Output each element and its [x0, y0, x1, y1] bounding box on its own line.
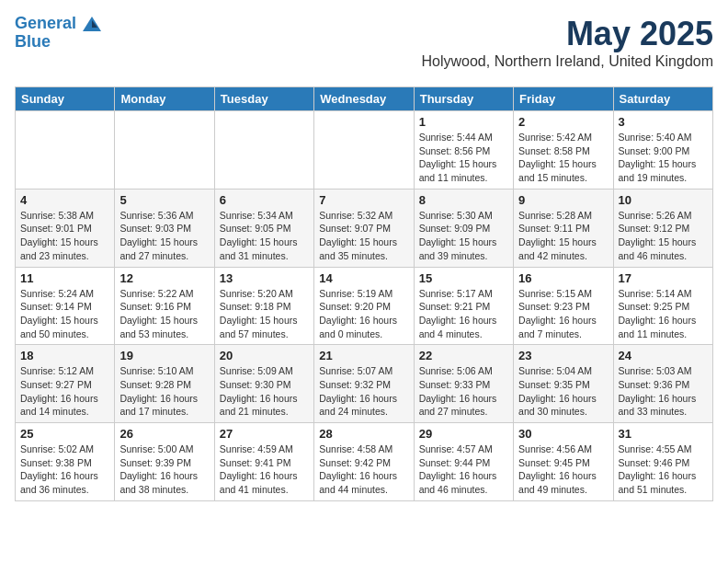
day-cell: 15Sunrise: 5:17 AM Sunset: 9:21 PM Dayli…: [414, 267, 513, 345]
day-number: 2: [518, 115, 608, 129]
day-cell: [314, 111, 414, 190]
day-number: 6: [220, 193, 309, 207]
day-number: 25: [20, 427, 109, 441]
weekday-header-wednesday: Wednesday: [314, 87, 414, 111]
day-info: Sunrise: 5:40 AM Sunset: 9:00 PM Dayligh…: [619, 131, 708, 185]
day-cell: 22Sunrise: 5:06 AM Sunset: 9:33 PM Dayli…: [414, 345, 513, 423]
day-cell: 7Sunrise: 5:32 AM Sunset: 9:07 PM Daylig…: [314, 189, 414, 267]
day-cell: 4Sunrise: 5:38 AM Sunset: 9:01 PM Daylig…: [16, 189, 115, 267]
day-number: 29: [419, 427, 508, 441]
day-info: Sunrise: 5:32 AM Sunset: 9:07 PM Dayligh…: [319, 209, 408, 263]
day-cell: 16Sunrise: 5:15 AM Sunset: 9:23 PM Dayli…: [514, 267, 613, 345]
day-info: Sunrise: 5:06 AM Sunset: 9:33 PM Dayligh…: [419, 364, 508, 419]
day-cell: 13Sunrise: 5:20 AM Sunset: 9:18 PM Dayli…: [214, 267, 313, 345]
weekday-header-thursday: Thursday: [414, 87, 513, 111]
day-number: 23: [518, 349, 608, 362]
day-number: 16: [518, 271, 608, 285]
day-info: Sunrise: 5:36 AM Sunset: 9:03 PM Dayligh…: [119, 209, 209, 263]
day-number: 27: [220, 427, 309, 441]
day-info: Sunrise: 5:34 AM Sunset: 9:05 PM Dayligh…: [220, 209, 309, 263]
day-cell: 25Sunrise: 5:02 AM Sunset: 9:38 PM Dayli…: [16, 423, 115, 501]
day-cell: 5Sunrise: 5:36 AM Sunset: 9:03 PM Daylig…: [115, 189, 214, 267]
day-number: 14: [319, 271, 408, 285]
day-number: 31: [619, 427, 708, 441]
day-cell: [214, 111, 313, 190]
day-number: 3: [619, 115, 708, 129]
weekday-header-tuesday: Tuesday: [214, 87, 313, 111]
day-info: Sunrise: 5:03 AM Sunset: 9:36 PM Dayligh…: [619, 364, 708, 419]
title-area: May 2025 Holywood, Northern Ireland, Uni…: [422, 15, 714, 77]
day-info: Sunrise: 5:02 AM Sunset: 9:38 PM Dayligh…: [20, 442, 109, 497]
day-number: 22: [419, 349, 508, 362]
day-info: Sunrise: 4:58 AM Sunset: 9:42 PM Dayligh…: [319, 442, 408, 497]
day-cell: 8Sunrise: 5:30 AM Sunset: 9:09 PM Daylig…: [414, 189, 513, 267]
weekday-header-monday: Monday: [115, 87, 214, 111]
day-info: Sunrise: 5:07 AM Sunset: 9:32 PM Dayligh…: [319, 364, 408, 419]
logo: General Blue: [15, 15, 101, 52]
day-cell: 10Sunrise: 5:26 AM Sunset: 9:12 PM Dayli…: [613, 189, 712, 267]
day-cell: 29Sunrise: 4:57 AM Sunset: 9:44 PM Dayli…: [414, 423, 513, 501]
weekday-header-sunday: Sunday: [16, 87, 115, 111]
day-cell: 23Sunrise: 5:04 AM Sunset: 9:35 PM Dayli…: [514, 345, 613, 423]
day-cell: 30Sunrise: 4:56 AM Sunset: 9:45 PM Dayli…: [514, 423, 613, 501]
day-info: Sunrise: 5:14 AM Sunset: 9:25 PM Dayligh…: [619, 287, 708, 341]
day-info: Sunrise: 5:20 AM Sunset: 9:18 PM Dayligh…: [220, 287, 309, 341]
day-info: Sunrise: 5:04 AM Sunset: 9:35 PM Dayligh…: [518, 364, 608, 419]
week-row-3: 11Sunrise: 5:24 AM Sunset: 9:14 PM Dayli…: [16, 267, 713, 345]
weekday-header-saturday: Saturday: [613, 87, 712, 111]
week-row-1: 1Sunrise: 5:44 AM Sunset: 8:56 PM Daylig…: [16, 111, 713, 190]
day-cell: 21Sunrise: 5:07 AM Sunset: 9:32 PM Dayli…: [314, 345, 414, 423]
day-cell: 14Sunrise: 5:19 AM Sunset: 9:20 PM Dayli…: [314, 267, 414, 345]
day-info: Sunrise: 5:10 AM Sunset: 9:28 PM Dayligh…: [119, 364, 209, 419]
day-number: 19: [119, 349, 209, 362]
day-number: 7: [319, 193, 408, 207]
week-row-5: 25Sunrise: 5:02 AM Sunset: 9:38 PM Dayli…: [16, 423, 713, 501]
day-number: 1: [419, 115, 508, 129]
day-info: Sunrise: 4:59 AM Sunset: 9:41 PM Dayligh…: [220, 442, 309, 497]
day-info: Sunrise: 5:42 AM Sunset: 8:58 PM Dayligh…: [518, 131, 608, 185]
day-number: 30: [518, 427, 608, 441]
month-title: May 2025: [422, 15, 714, 53]
weekday-header-friday: Friday: [514, 87, 613, 111]
day-info: Sunrise: 5:38 AM Sunset: 9:01 PM Dayligh…: [20, 209, 109, 263]
day-info: Sunrise: 5:22 AM Sunset: 9:16 PM Dayligh…: [119, 287, 209, 341]
day-info: Sunrise: 5:44 AM Sunset: 8:56 PM Dayligh…: [419, 131, 508, 185]
day-cell: 26Sunrise: 5:00 AM Sunset: 9:39 PM Dayli…: [115, 423, 214, 501]
logo-text: General: [15, 15, 101, 33]
day-info: Sunrise: 5:09 AM Sunset: 9:30 PM Dayligh…: [220, 364, 309, 419]
day-number: 18: [20, 349, 109, 362]
day-info: Sunrise: 5:00 AM Sunset: 9:39 PM Dayligh…: [119, 442, 209, 497]
weekday-header-row: SundayMondayTuesdayWednesdayThursdayFrid…: [16, 87, 713, 111]
day-info: Sunrise: 5:12 AM Sunset: 9:27 PM Dayligh…: [20, 364, 109, 419]
day-cell: 19Sunrise: 5:10 AM Sunset: 9:28 PM Dayli…: [115, 345, 214, 423]
day-info: Sunrise: 5:30 AM Sunset: 9:09 PM Dayligh…: [419, 209, 508, 263]
day-number: 12: [119, 271, 209, 285]
day-info: Sunrise: 4:56 AM Sunset: 9:45 PM Dayligh…: [518, 442, 608, 497]
day-number: 4: [20, 193, 109, 207]
day-info: Sunrise: 4:55 AM Sunset: 9:46 PM Dayligh…: [619, 442, 708, 497]
day-cell: 17Sunrise: 5:14 AM Sunset: 9:25 PM Dayli…: [613, 267, 712, 345]
day-cell: 12Sunrise: 5:22 AM Sunset: 9:16 PM Dayli…: [115, 267, 214, 345]
day-number: 10: [619, 193, 708, 207]
day-number: 13: [220, 271, 309, 285]
day-cell: [16, 111, 115, 190]
day-number: 8: [419, 193, 508, 207]
subtitle: Holywood, Northern Ireland, United Kingd…: [422, 53, 714, 70]
day-number: 15: [419, 271, 508, 285]
day-cell: 11Sunrise: 5:24 AM Sunset: 9:14 PM Dayli…: [16, 267, 115, 345]
day-cell: 9Sunrise: 5:28 AM Sunset: 9:11 PM Daylig…: [514, 189, 613, 267]
day-info: Sunrise: 5:24 AM Sunset: 9:14 PM Dayligh…: [20, 287, 109, 341]
day-info: Sunrise: 5:17 AM Sunset: 9:21 PM Dayligh…: [419, 287, 508, 341]
day-info: Sunrise: 5:28 AM Sunset: 9:11 PM Dayligh…: [518, 209, 608, 263]
day-cell: 31Sunrise: 4:55 AM Sunset: 9:46 PM Dayli…: [613, 423, 712, 501]
calendar: SundayMondayTuesdayWednesdayThursdayFrid…: [15, 86, 713, 501]
day-cell: 24Sunrise: 5:03 AM Sunset: 9:36 PM Dayli…: [613, 345, 712, 423]
day-cell: [115, 111, 214, 190]
day-number: 9: [518, 193, 608, 207]
logo-icon: [83, 15, 101, 33]
day-cell: 18Sunrise: 5:12 AM Sunset: 9:27 PM Dayli…: [16, 345, 115, 423]
day-cell: 1Sunrise: 5:44 AM Sunset: 8:56 PM Daylig…: [414, 111, 513, 190]
logo-blue: Blue: [15, 33, 101, 52]
day-cell: 3Sunrise: 5:40 AM Sunset: 9:00 PM Daylig…: [613, 111, 712, 190]
day-cell: 27Sunrise: 4:59 AM Sunset: 9:41 PM Dayli…: [214, 423, 313, 501]
